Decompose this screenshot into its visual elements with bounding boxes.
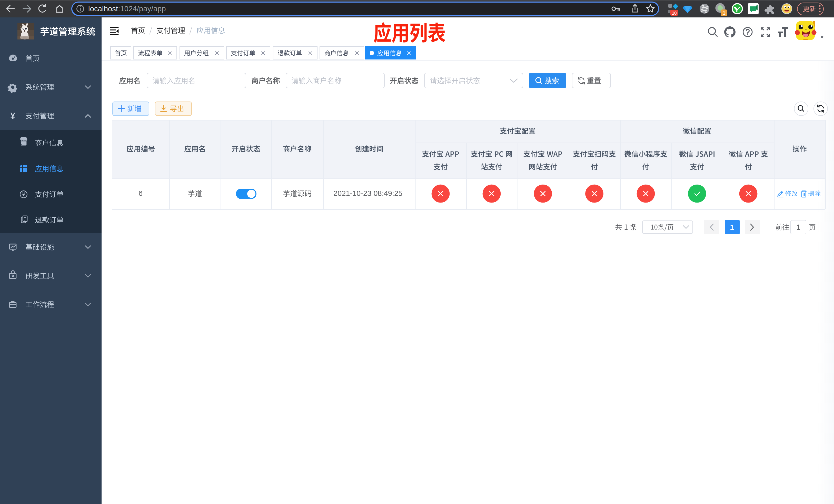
svg-text:10: 10 (672, 10, 677, 16)
svg-text:1: 1 (723, 10, 725, 16)
